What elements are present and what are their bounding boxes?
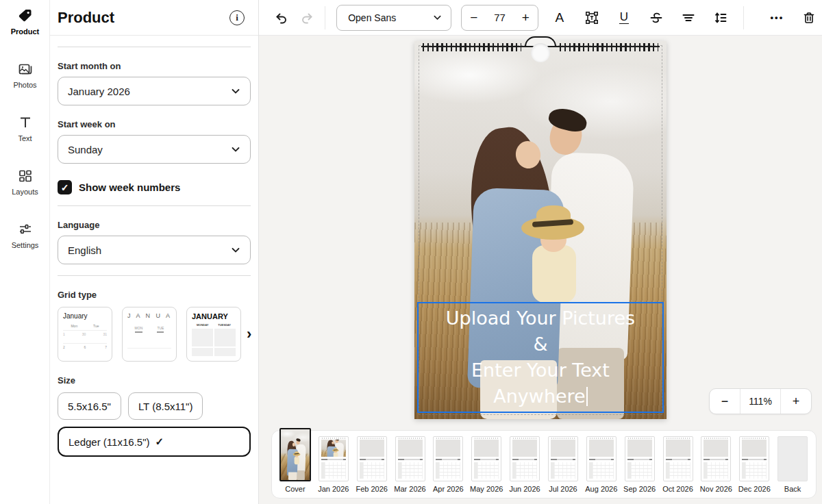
filmstrip-item-nov[interactable]: Nov 2026 (697, 431, 735, 498)
filmstrip-item-sep[interactable]: Sep 2026 (621, 431, 659, 498)
text-toolbar: Open Sans − 77 + A U ••• (259, 0, 822, 36)
filmstrip-item-apr[interactable]: Apr 2026 (429, 431, 467, 498)
size-option-letter[interactable]: LT (8.5x11") (128, 392, 203, 420)
grid-thumb-day: Mon (71, 324, 77, 328)
page-filmstrip: Cover Jan 2026 Feb 2026 Mar 2026 (271, 430, 817, 499)
filmstrip-item-jun[interactable]: Jun 2026 (506, 431, 544, 498)
rail-item-layouts[interactable]: Layouts (0, 160, 50, 201)
font-size-decrease-button[interactable]: − (462, 5, 486, 30)
undo-button[interactable] (269, 5, 294, 31)
grid-type-label: Grid type (58, 290, 251, 300)
rail-item-product[interactable]: Product (0, 0, 50, 41)
design-canvas: Upload Your Pictures & Enter Your Text A… (259, 36, 822, 504)
size-option-ledger-selected[interactable]: Ledger (11x16.5") ✓ (58, 427, 251, 457)
chevron-down-icon (231, 144, 240, 154)
grid-thumb-day: MONDAY (197, 323, 208, 327)
start-week-select[interactable]: Sunday (58, 135, 251, 164)
underline-button[interactable]: U (611, 5, 636, 31)
more-options-button[interactable]: ••• (764, 5, 790, 31)
filmstrip-item-oct[interactable]: Oct 2026 (659, 431, 697, 498)
hanger-hole (531, 43, 550, 62)
filmstrip-item-cover[interactable]: Cover (276, 431, 314, 498)
text-color-button[interactable]: A (547, 5, 572, 31)
rail-item-photos[interactable]: Photos (0, 53, 50, 94)
month-thumbnail (433, 436, 463, 481)
align-center-button[interactable] (676, 5, 701, 31)
size-option-5x16[interactable]: 5.5x16.5" (58, 392, 121, 420)
tag-icon (16, 7, 34, 25)
grid-type-options: January Mon Tue 13031 267 J A N U A (58, 307, 251, 362)
trash-icon (802, 11, 816, 25)
line-spacing-button[interactable] (708, 5, 734, 31)
font-size-value: 77 (486, 12, 513, 23)
filmstrip-label: Mar 2026 (394, 485, 425, 493)
month-thumbnail (395, 436, 425, 481)
size-options-row: 5.5x16.5" LT (8.5x11") (58, 392, 251, 420)
cover-thumbnail (279, 428, 311, 481)
month-thumbnail (701, 436, 731, 481)
month-thumbnail (319, 436, 349, 481)
show-week-numbers-checkbox[interactable]: ✓ Show week numbers (58, 180, 251, 194)
filmstrip-label: Feb 2026 (356, 485, 387, 493)
zoom-out-button[interactable]: − (710, 389, 740, 414)
redo-button[interactable] (294, 5, 319, 31)
rail-item-settings[interactable]: Settings (0, 214, 50, 255)
filmstrip-item-aug[interactable]: Aug 2026 (582, 431, 621, 498)
rail-item-label: Layouts (12, 188, 38, 196)
size-option-label: 5.5x16.5" (68, 401, 111, 412)
calendar-cover-page[interactable]: Upload Your Pictures & Enter Your Text A… (414, 41, 667, 419)
spiral-binding-left (423, 43, 521, 51)
filmstrip-item-back[interactable]: Back (773, 431, 812, 498)
grid-type-option-3[interactable]: JANUARY MONDAY TUESDAY (186, 307, 241, 362)
section-divider (58, 275, 251, 276)
delete-button[interactable] (797, 5, 822, 31)
start-month-select[interactable]: January 2026 (58, 77, 251, 105)
filmstrip-item-may[interactable]: May 2026 (467, 431, 506, 498)
text-color-icon: A (555, 10, 564, 25)
strikethrough-button[interactable] (644, 5, 669, 31)
month-thumbnail (510, 436, 540, 481)
start-month-value: January 2026 (68, 86, 130, 97)
filmstrip-item-mar[interactable]: Mar 2026 (391, 431, 429, 498)
overlay-text-line: Anywhere (419, 383, 662, 410)
filmstrip-label: Apr 2026 (433, 485, 464, 493)
left-icon-rail: Product Photos Text Layouts Settings (0, 0, 50, 504)
grid-type-scroll-right-icon[interactable]: › (247, 327, 251, 342)
text-cursor (586, 387, 588, 406)
language-value: English (68, 244, 101, 256)
language-select[interactable]: English (58, 236, 251, 264)
text-frame-button[interactable] (579, 5, 604, 31)
section-divider (58, 47, 251, 47)
chevron-down-icon (231, 245, 240, 255)
filmstrip-item-feb[interactable]: Feb 2026 (353, 431, 391, 498)
font-size-increase-button[interactable]: + (513, 5, 538, 30)
filmstrip-item-jul[interactable]: Jul 2026 (544, 431, 582, 498)
photo-figure (532, 245, 576, 303)
filmstrip-label: Cover (285, 485, 305, 493)
cover-text-box[interactable]: Upload Your Pictures & Enter Your Text A… (417, 302, 664, 413)
underline-icon: U (619, 11, 629, 24)
filmstrip-label: May 2026 (470, 485, 503, 493)
font-family-select[interactable]: Open Sans (336, 5, 451, 31)
filmstrip-label: Sep 2026 (623, 485, 656, 493)
zoom-in-button[interactable]: + (781, 389, 811, 414)
grid-type-option-2[interactable]: J A N U A MON TUE (122, 307, 177, 362)
info-icon[interactable]: i (229, 10, 245, 25)
filmstrip-item-jan[interactable]: Jan 2026 (314, 431, 353, 498)
start-week-label: Start week on (58, 119, 251, 129)
grid-thumb-day: TUE (157, 326, 164, 333)
text-icon (16, 114, 34, 131)
filmstrip-item-dec[interactable]: Dec 2026 (735, 431, 773, 498)
zoom-level-value: 111% (740, 389, 781, 414)
chevron-down-icon (231, 86, 240, 96)
rail-item-text[interactable]: Text (0, 107, 50, 148)
rail-item-label: Product (11, 27, 40, 36)
filmstrip-label: Oct 2026 (662, 485, 693, 493)
grid-type-option-1[interactable]: January Mon Tue 13031 267 (58, 307, 112, 362)
filmstrip-label: Dec 2026 (738, 485, 771, 493)
panel-body: Start month on January 2026 Start week o… (50, 47, 258, 457)
layouts-icon (16, 167, 34, 185)
overlay-text-line: & (419, 331, 662, 357)
month-thumbnail (357, 436, 387, 481)
section-divider (58, 205, 251, 206)
